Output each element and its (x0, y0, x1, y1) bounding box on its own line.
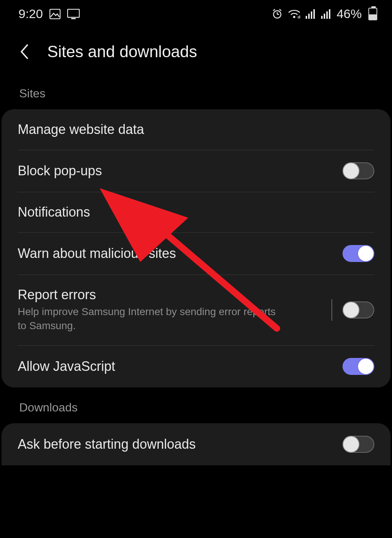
row-ask-before-download[interactable]: Ask before starting downloads (1, 423, 391, 465)
svg-rect-14 (324, 14, 325, 19)
screen-header: Sites and downloads (0, 25, 392, 87)
toggle-allow-javascript[interactable] (343, 358, 374, 375)
svg-line-7 (279, 9, 281, 11)
image-icon (49, 9, 61, 19)
row-subtitle: Help improve Samsung Internet by sending… (18, 305, 276, 333)
row-warn-malicious[interactable]: Warn about malicious sites (1, 232, 391, 275)
row-title: Allow JavaScript (18, 359, 335, 374)
svg-rect-9 (306, 16, 307, 19)
status-left: 9:20 (18, 7, 80, 21)
row-report-errors[interactable]: Report errors Help improve Samsung Inter… (1, 275, 391, 345)
back-button[interactable] (16, 44, 32, 60)
row-block-popups[interactable]: Block pop-ups (1, 150, 391, 192)
status-right: 46% (272, 7, 377, 21)
svg-rect-1 (68, 9, 79, 17)
svg-rect-2 (71, 18, 76, 19)
toggle-ask-before-download[interactable] (343, 436, 374, 453)
page-title: Sites and downloads (47, 42, 197, 61)
svg-rect-11 (311, 11, 312, 19)
svg-rect-0 (50, 9, 60, 19)
sites-card: Manage website data Block pop-ups Notifi… (1, 109, 391, 387)
chevron-left-icon (19, 44, 30, 60)
svg-point-8 (293, 16, 295, 18)
toggle-warn-malicious[interactable] (343, 245, 374, 262)
row-title: Manage website data (18, 122, 367, 137)
screen-icon (67, 9, 80, 19)
svg-rect-10 (308, 14, 310, 19)
svg-rect-12 (313, 9, 315, 19)
toggle-report-errors[interactable] (343, 301, 374, 318)
row-title: Warn about malicious sites (18, 246, 335, 261)
signal-1-icon (306, 9, 316, 19)
downloads-card: Ask before starting downloads (1, 423, 391, 465)
row-allow-javascript[interactable]: Allow JavaScript (1, 345, 391, 387)
row-title: Ask before starting downloads (18, 437, 335, 452)
status-bar: 9:20 46% (0, 0, 392, 25)
battery-icon (368, 8, 377, 20)
svg-rect-15 (326, 11, 328, 19)
toggle-block-popups[interactable] (343, 162, 374, 179)
status-time: 9:20 (18, 7, 43, 21)
section-label-sites: Sites (0, 87, 392, 109)
wifi-icon (288, 9, 300, 19)
row-title: Notifications (18, 204, 367, 220)
battery-percent: 46% (337, 7, 362, 21)
alarm-icon (272, 8, 283, 20)
section-label-downloads: Downloads (0, 387, 392, 423)
row-title: Block pop-ups (18, 163, 335, 179)
row-notifications[interactable]: Notifications (1, 192, 391, 232)
svg-rect-16 (329, 9, 330, 19)
signal-2-icon (321, 9, 331, 19)
svg-line-6 (273, 9, 275, 11)
svg-rect-13 (321, 16, 323, 19)
vertical-divider (331, 299, 332, 321)
row-title: Report errors (18, 287, 324, 303)
row-manage-website-data[interactable]: Manage website data (1, 109, 391, 150)
